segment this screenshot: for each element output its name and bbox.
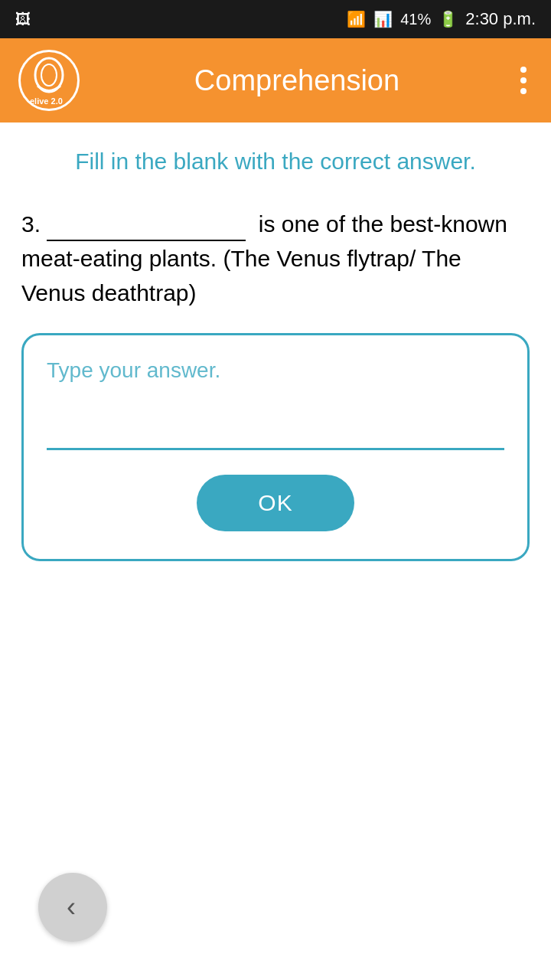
battery-icon: 🔋	[439, 10, 458, 28]
question-number: 3.	[21, 211, 41, 237]
app-logo: elive 2.0	[18, 50, 80, 111]
more-menu-button[interactable]	[514, 60, 533, 100]
main-content: Fill in the blank with the correct answe…	[0, 122, 551, 584]
svg-text:elive 2.0: elive 2.0	[30, 96, 63, 106]
screenshot-icon: 🖼	[15, 11, 31, 28]
ok-button[interactable]: OK	[197, 475, 354, 531]
status-bar: 🖼 📶 📊 41% 🔋 2:30 p.m.	[0, 0, 551, 38]
back-chevron-icon: ‹	[67, 891, 76, 923]
menu-dot-2	[520, 77, 527, 83]
logo-circle: elive 2.0	[18, 50, 80, 111]
menu-dot-3	[520, 88, 527, 94]
signal-icon: 📊	[373, 10, 393, 28]
instruction-text: Fill in the blank with the correct answe…	[21, 145, 530, 178]
battery-percent: 41%	[400, 11, 431, 28]
back-button[interactable]: ‹	[38, 873, 107, 942]
menu-dot-1	[520, 67, 527, 73]
svg-point-1	[41, 64, 57, 86]
status-time: 2:30 p.m.	[465, 9, 536, 29]
answer-box: OK	[21, 333, 530, 561]
app-bar: elive 2.0 Comprehension	[0, 38, 551, 122]
status-bar-left: 🖼	[15, 11, 31, 28]
question-blank	[47, 205, 246, 241]
wifi-icon: 📶	[347, 10, 366, 28]
status-bar-right: 📶 📊 41% 🔋 2:30 p.m.	[347, 9, 536, 29]
answer-input[interactable]	[47, 358, 504, 450]
question-text: 3. is one of the best-known meat-eating …	[21, 205, 530, 310]
app-bar-title: Comprehension	[80, 64, 514, 97]
